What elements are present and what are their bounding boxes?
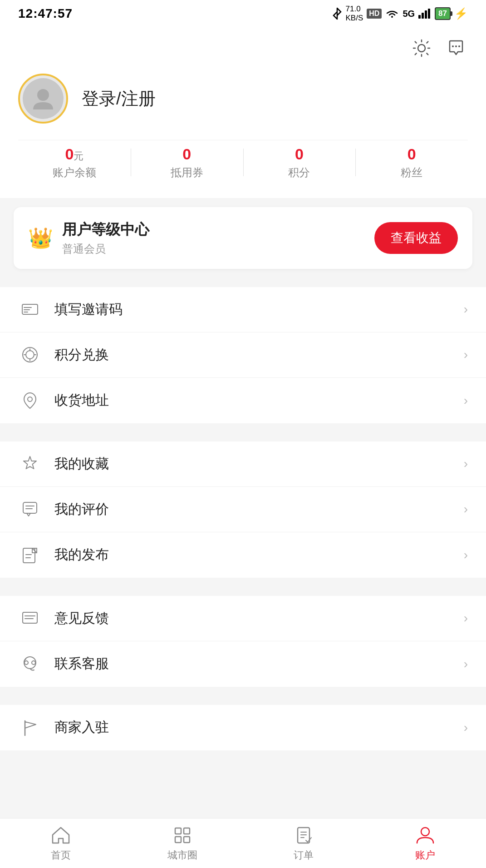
home-icon <box>50 825 71 846</box>
chevron-icon: › <box>464 302 468 317</box>
svg-point-15 <box>28 397 32 402</box>
svg-point-4 <box>418 45 425 52</box>
menu-section-4: 商家入驻 › <box>0 705 486 750</box>
menu-section-3: 意见反馈 › 联系客服 › <box>0 596 486 687</box>
nav-home-label: 首页 <box>51 848 71 862</box>
feedback-label: 意见反馈 <box>54 609 464 628</box>
battery-tip <box>451 11 452 16</box>
signal-bars-icon <box>418 9 431 19</box>
merchant-join-label: 商家入驻 <box>54 718 464 737</box>
svg-point-26 <box>24 657 36 669</box>
svg-rect-16 <box>23 502 37 513</box>
my-collection-label: 我的收藏 <box>54 455 464 473</box>
vip-subtitle: 普通会员 <box>62 242 149 256</box>
menu-item-merchant-join[interactable]: 商家入驻 › <box>0 705 486 750</box>
status-time: 12:47:57 <box>18 6 73 21</box>
svg-rect-19 <box>23 548 35 563</box>
settings-button[interactable] <box>410 36 433 60</box>
menu-item-points-exchange[interactable]: 积分兑换 › <box>0 332 486 378</box>
feedback-icon <box>18 606 42 630</box>
customer-service-label: 联系客服 <box>54 655 464 673</box>
vip-card: 👑 用户等级中心 普通会员 查看收益 <box>14 207 472 269</box>
chevron-icon: › <box>464 502 468 516</box>
points-exchange-icon <box>18 343 42 367</box>
svg-point-6 <box>455 45 457 47</box>
location-icon <box>18 389 42 412</box>
svg-point-8 <box>37 89 49 101</box>
invite-code-label: 填写邀请码 <box>54 300 464 319</box>
svg-rect-0 <box>418 15 421 19</box>
menu-item-my-publish[interactable]: 我的发布 › <box>0 532 486 578</box>
publish-icon <box>18 543 42 567</box>
avatar[interactable] <box>18 74 68 124</box>
svg-point-35 <box>421 828 429 836</box>
signal-5g-icon: 5G <box>403 9 415 19</box>
status-icons: 71.0KB/S HD 5G 87 ⚡ <box>332 5 468 23</box>
nav-city-circle-label: 城市圈 <box>167 848 197 862</box>
vip-left: 👑 用户等级中心 普通会员 <box>28 220 149 256</box>
svg-rect-32 <box>175 837 181 843</box>
points-exchange-label: 积分兑换 <box>54 346 464 364</box>
message-button[interactable] <box>444 36 468 60</box>
stat-points-value: 0 <box>243 145 356 164</box>
stat-points[interactable]: 0 积分 <box>243 145 356 180</box>
menu-section-1: 填写邀请码 › 积分兑换 › 收货地址 <box>0 287 486 423</box>
svg-point-14 <box>26 351 34 359</box>
stat-voucher-label: 抵用券 <box>131 165 243 180</box>
menu-item-shipping-address[interactable]: 收货地址 › <box>0 378 486 423</box>
stat-voucher[interactable]: 0 抵用券 <box>131 145 243 180</box>
stat-points-label: 积分 <box>243 165 356 180</box>
wifi-icon <box>385 9 399 19</box>
svg-rect-23 <box>23 612 37 623</box>
header-icons <box>18 36 468 60</box>
svg-rect-3 <box>428 9 430 19</box>
svg-rect-30 <box>175 828 181 834</box>
crown-icon: 👑 <box>28 226 53 250</box>
header-area: 登录/注册 0元 账户余额 0 抵用券 0 积分 0 粉丝 <box>0 27 486 198</box>
svg-point-7 <box>458 45 460 47</box>
svg-rect-31 <box>184 828 190 834</box>
hd-icon: HD <box>367 9 382 19</box>
charging-icon: ⚡ <box>454 7 468 20</box>
battery-icon: 87 <box>435 7 451 20</box>
divider-1 <box>0 423 486 432</box>
svg-rect-33 <box>184 837 190 843</box>
nav-city-circle[interactable]: 城市圈 <box>122 820 243 867</box>
menu-item-invite-code[interactable]: 填写邀请码 › <box>0 287 486 332</box>
stat-fans[interactable]: 0 粉丝 <box>355 145 468 180</box>
divider-3 <box>0 687 486 696</box>
speed-text: 71.0KB/S <box>346 5 363 23</box>
chevron-icon: › <box>464 611 468 625</box>
my-publish-label: 我的发布 <box>54 546 464 564</box>
stat-fans-label: 粉丝 <box>355 165 468 180</box>
invite-code-icon <box>18 298 42 321</box>
vip-title: 用户等级中心 <box>62 220 149 240</box>
svg-point-28 <box>32 661 35 665</box>
avatar-image <box>23 78 64 119</box>
view-earnings-button[interactable]: 查看收益 <box>374 222 458 254</box>
menu-item-my-collection[interactable]: 我的收藏 › <box>0 441 486 487</box>
my-review-label: 我的评价 <box>54 500 464 519</box>
menu-item-feedback[interactable]: 意见反馈 › <box>0 596 486 641</box>
login-register-text[interactable]: 登录/注册 <box>82 87 156 110</box>
nav-account[interactable]: 账户 <box>364 820 486 867</box>
chevron-icon: › <box>464 456 468 471</box>
orders-icon <box>293 825 314 846</box>
stat-balance-value: 0元 <box>18 145 131 164</box>
vip-info: 用户等级中心 普通会员 <box>62 220 149 256</box>
bottom-nav: 首页 城市圈 订单 账户 <box>0 818 486 868</box>
nav-home[interactable]: 首页 <box>0 820 122 867</box>
menu-item-my-review[interactable]: 我的评价 › <box>0 487 486 532</box>
nav-orders-label: 订单 <box>294 848 314 862</box>
stat-balance-label: 账户余额 <box>18 165 131 180</box>
svg-point-27 <box>25 661 28 665</box>
nav-orders[interactable]: 订单 <box>243 820 365 867</box>
stat-balance[interactable]: 0元 账户余额 <box>18 145 131 180</box>
flag-icon <box>18 716 42 739</box>
chevron-icon: › <box>464 657 468 671</box>
menu-section-2: 我的收藏 › 我的评价 › <box>0 441 486 578</box>
chevron-icon: › <box>464 347 468 362</box>
divider-2 <box>0 578 486 587</box>
menu-item-customer-service[interactable]: 联系客服 › <box>0 641 486 687</box>
vip-section: 👑 用户等级中心 普通会员 查看收益 <box>0 198 486 278</box>
